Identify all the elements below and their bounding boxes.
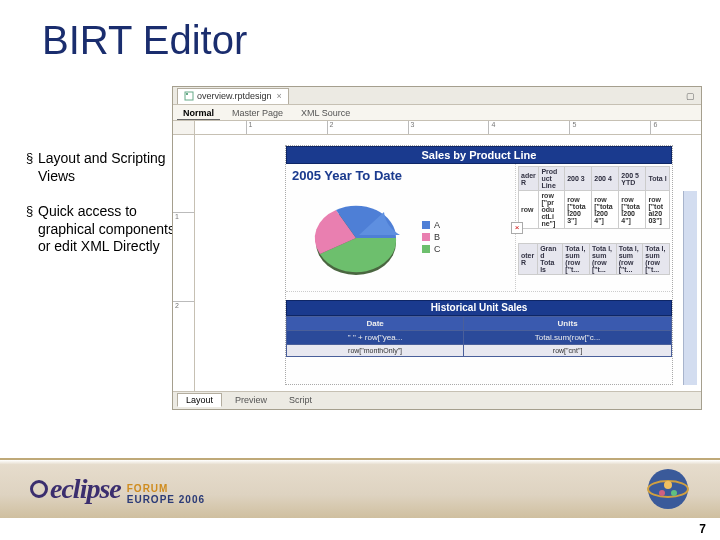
slide-title: BIRT Editor	[42, 18, 247, 63]
bullet-list: Layout and Scripting Views Quick access …	[26, 150, 180, 274]
close-icon[interactable]: ×	[277, 91, 282, 101]
ruler-tick: 3	[408, 121, 415, 134]
report-canvas[interactable]: Sales by Product Line 2005 Year To Date	[195, 135, 701, 391]
horizontal-ruler-row: 1 2 3 4 5 6	[173, 121, 701, 135]
bottom-tab-bar: Layout Preview Script	[173, 391, 701, 407]
file-tab-bar: overview.rptdesign × ▢	[173, 87, 701, 105]
table-cell: ader R	[519, 167, 539, 191]
ruler-corner	[173, 121, 195, 134]
vertical-ruler: 1 2	[173, 135, 195, 391]
mode-tab-bar: Normal Master Page XML Source	[173, 105, 701, 121]
ruler-tick: 4	[488, 121, 495, 134]
data-binding-cell[interactable]: ader R Prod uct Line 200 3 200 4 200 5 Y…	[516, 164, 672, 291]
legend-item: B	[422, 232, 441, 242]
svg-rect-1	[186, 93, 188, 95]
table-cell: row["monthOnly"]	[287, 345, 464, 357]
footer-table: oter R Gran d Tota ls Tota l, sum (row […	[518, 243, 670, 275]
table-cell: Gran d Tota ls	[538, 244, 563, 275]
mode-tab-master[interactable]: Master Page	[226, 107, 289, 120]
table-cell: row ["tota l200 3"]	[565, 191, 592, 229]
svg-point-7	[671, 490, 677, 496]
pie-chart[interactable]	[296, 188, 416, 288]
chart-legend: A B C	[422, 220, 441, 256]
bullet-item: Quick access to graphical components or …	[26, 203, 180, 256]
table-cell: 200 4	[592, 167, 619, 191]
legend-swatch	[422, 233, 430, 241]
ruler-tick: 1	[246, 121, 253, 134]
ruler-tick: 6	[650, 121, 657, 134]
work-area: 1 2 Sales by Product Line 2005 Year To D…	[173, 135, 701, 391]
legend-swatch	[422, 221, 430, 229]
svg-point-6	[659, 490, 665, 496]
eclipse-ring-icon	[30, 480, 48, 498]
legend-swatch	[422, 245, 430, 253]
footer-band: eclipse FORUM EUROPE 2006	[0, 458, 720, 518]
mode-tab-normal[interactable]: Normal	[177, 107, 220, 120]
svg-point-5	[664, 481, 672, 489]
table-cell: 200 3	[565, 167, 592, 191]
binding-table: ader R Prod uct Line 200 3 200 4 200 5 Y…	[518, 166, 670, 229]
file-tab[interactable]: overview.rptdesign ×	[177, 88, 289, 104]
eclipse-logo: eclipse FORUM EUROPE 2006	[50, 473, 205, 505]
chart-cell[interactable]: 2005 Year To Date	[286, 164, 516, 291]
lower-table[interactable]: Date Units " " + row["yea... Total.sum(r…	[286, 316, 672, 357]
report-header[interactable]: Sales by Product Line	[286, 146, 672, 164]
table-cell: row["cnt"]	[464, 345, 672, 357]
table-cell: Tota l, sum (row ["t...	[563, 244, 590, 275]
mode-tab-xml[interactable]: XML Source	[295, 107, 356, 120]
legend-item: A	[422, 220, 441, 230]
table-cell: 200 5 YTD	[619, 167, 646, 191]
file-tab-label: overview.rptdesign	[197, 91, 272, 101]
legend-label: C	[434, 244, 441, 254]
report-body[interactable]: Sales by Product Line 2005 Year To Date	[285, 145, 673, 385]
table-cell: row ["pr odu ctLi ne"]	[539, 191, 565, 229]
brand-name: eclipse	[50, 473, 121, 505]
report-icon	[184, 91, 194, 101]
table-cell: Tota l, sum (row ["t...	[616, 244, 643, 275]
table-cell: Total.sum(row["c...	[464, 331, 672, 345]
maximize-icon[interactable]: ▢	[686, 91, 695, 101]
chart-title: 2005 Year To Date	[292, 168, 509, 183]
table-cell: Tota l	[646, 167, 670, 191]
table-cell: " " + row["yea...	[287, 331, 464, 345]
horizontal-ruler: 1 2 3 4 5 6	[195, 121, 701, 134]
bullet-item: Layout and Scripting Views	[26, 150, 180, 185]
bottom-tab-preview[interactable]: Preview	[226, 393, 276, 407]
legend-label: A	[434, 220, 440, 230]
table-cell: row ["tot al20 03"]	[646, 191, 670, 229]
bottom-tab-layout[interactable]: Layout	[177, 393, 222, 407]
table-cell: Prod uct Line	[539, 167, 565, 191]
table-header-cell: Date	[287, 317, 464, 331]
table-header-cell: Units	[464, 317, 672, 331]
table-cell: row ["tota l200 4"]	[592, 191, 619, 229]
ruler-tick: 5	[569, 121, 576, 134]
ruler-tick: 2	[173, 301, 194, 309]
chart-section: 2005 Year To Date	[286, 164, 672, 292]
table-cell: row ["tota l200 4"]	[619, 191, 646, 229]
editor-panel: overview.rptdesign × ▢ Normal Master Pag…	[172, 86, 702, 410]
globe-icon	[646, 467, 690, 511]
legend-item: C	[422, 244, 441, 254]
page-number: 7	[699, 522, 706, 536]
lower-header[interactable]: Historical Unit Sales	[286, 300, 672, 316]
palette-slot[interactable]	[683, 191, 697, 385]
table-cell: Tota l, sum (row ["t...	[589, 244, 616, 275]
brand-sub: FORUM EUROPE 2006	[127, 483, 205, 505]
legend-label: B	[434, 232, 440, 242]
ruler-tick: 1	[173, 212, 194, 220]
error-icon[interactable]: ×	[511, 222, 523, 234]
table-cell: oter R	[519, 244, 538, 275]
ruler-tick: 2	[327, 121, 334, 134]
bottom-tab-script[interactable]: Script	[280, 393, 321, 407]
table-cell: Tota l, sum (row ["t...	[643, 244, 670, 275]
